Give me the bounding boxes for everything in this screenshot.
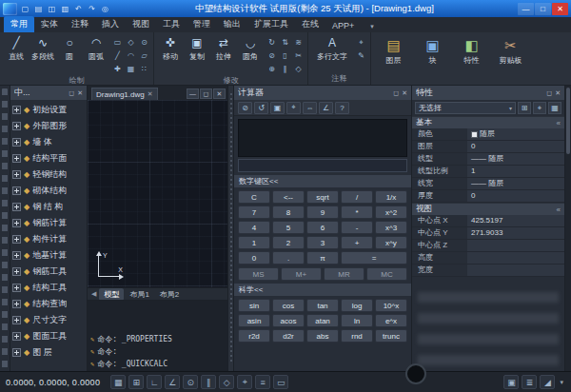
modify-mini-icon[interactable]: ⊘ — [266, 49, 278, 62]
calc-sci-key[interactable]: acos — [272, 314, 305, 327]
calc-key[interactable]: 9 — [306, 206, 339, 219]
property-row[interactable]: 线型 —— 随层 — [412, 153, 564, 166]
property-row[interactable]: 线宽 —— 随层 — [412, 178, 564, 190]
ribbon-tab[interactable]: 在线 — [295, 16, 325, 32]
property-row[interactable]: 宽度 — [412, 265, 564, 277]
calc-key[interactable]: π — [306, 251, 339, 265]
calc-key[interactable]: C — [238, 190, 270, 204]
property-row[interactable]: 颜色 随层 — [412, 128, 564, 141]
select-objects-icon[interactable]: ⌖ — [533, 102, 546, 114]
ribbon-tab[interactable]: 注释 — [65, 16, 95, 32]
print-icon[interactable]: ▥ — [59, 3, 71, 15]
expand-plus-icon[interactable] — [12, 267, 21, 276]
ribbon-panel-button[interactable]: ▣ 块 — [413, 34, 452, 85]
toolbox-item[interactable]: ◆ 砌体结构 — [10, 183, 87, 199]
polar-toggle[interactable]: ∠ — [165, 375, 180, 389]
close-icon[interactable]: ✕ — [77, 89, 83, 97]
ribbon-tab[interactable]: 工具 — [156, 16, 187, 32]
property-row[interactable]: 高度 — [412, 252, 564, 265]
toolbox-item[interactable]: ◆ 钢 结 构 — [10, 199, 87, 215]
layout-tab[interactable]: 布局2 — [155, 288, 184, 301]
ribbon-tab[interactable]: 实体 — [34, 16, 65, 32]
expand-plus-icon[interactable] — [12, 154, 21, 163]
document-tab-close-icon[interactable]: ✕ — [148, 90, 153, 98]
calc-sci-key[interactable]: e^x — [375, 314, 407, 327]
property-row[interactable]: 中心点 Z — [412, 240, 564, 252]
layout-tab[interactable]: 模型 — [99, 288, 124, 301]
toolbox-item[interactable]: ◆ 结构工具 — [10, 280, 87, 296]
modify-mini-icon[interactable]: ⊕ — [266, 63, 278, 75]
ribbon-tab[interactable]: 插入 — [95, 16, 126, 32]
cursor-coordinates[interactable]: 0.0000, 0.0000, 0.0000 — [6, 378, 100, 387]
calc-key[interactable]: 4 — [238, 221, 270, 234]
scrollbar-thumb[interactable] — [566, 88, 570, 154]
close-button[interactable]: ✕ — [552, 3, 568, 15]
toolbox-item[interactable]: ◆ 尺寸文字 — [10, 312, 87, 328]
ribbon-tab[interactable]: APP+ — [325, 19, 361, 32]
annotation-group-label[interactable]: 注释 — [311, 73, 367, 85]
get-coordinates-icon[interactable]: ⌖ — [286, 102, 301, 114]
quick-select-icon[interactable]: ▦ — [548, 102, 561, 114]
angle-icon[interactable]: ∠ — [319, 102, 333, 114]
toolbox-item[interactable]: ◆ 钢筋工具 — [10, 264, 87, 280]
calc-sci-key[interactable]: trunc — [375, 329, 407, 343]
fullscreen-icon[interactable]: ◢ — [540, 375, 555, 389]
draw-mini-icon[interactable]: ∷ — [138, 63, 150, 75]
expand-plus-icon[interactable] — [12, 186, 21, 195]
draw-tool-button[interactable]: ○ 圆 — [56, 34, 83, 62]
draw-mini-icon[interactable]: ✚ — [111, 63, 124, 75]
toolbox-item[interactable]: ◆ 图面工具 — [10, 328, 87, 344]
selection-dropdown[interactable]: 无选择 ▾ — [415, 102, 516, 114]
layout-tab[interactable]: 布局1 — [125, 288, 153, 301]
property-row[interactable]: 厚度 0 — [412, 190, 564, 203]
ribbon-collapse-icon[interactable]: ▾ — [366, 21, 378, 32]
calc-sci-key[interactable]: r2d — [238, 329, 270, 343]
calc-key[interactable]: x^2 — [375, 206, 407, 219]
section-view[interactable]: 视图 « — [412, 203, 564, 215]
toolbox-item[interactable]: ◆ 钢筋计算 — [10, 215, 87, 231]
calc-key[interactable]: 2 — [272, 236, 305, 249]
doc-close-button[interactable]: ✕ — [213, 88, 226, 99]
calc-memory-key[interactable]: MR — [324, 267, 364, 281]
status-menu-caret-icon[interactable]: ▾ — [558, 379, 565, 386]
modify-tool-button[interactable]: ✜ 移动 — [157, 34, 184, 62]
ribbon-tab[interactable]: 视图 — [126, 16, 156, 32]
pin-icon[interactable]: ◻ — [546, 89, 552, 97]
osnap-toggle[interactable]: ⊙ — [183, 375, 198, 389]
toolbox-item[interactable]: ◆ 结构平面 — [10, 150, 87, 167]
calc-key[interactable]: 8 — [272, 206, 305, 219]
calc-key[interactable]: <-- — [272, 190, 305, 204]
expand-plus-icon[interactable] — [12, 170, 21, 179]
annotation-mini-icon[interactable]: ✎ — [355, 49, 367, 62]
calc-key[interactable]: x^3 — [375, 221, 407, 234]
modify-tool-button[interactable]: ⇄ 拉伸 — [210, 34, 237, 62]
calc-key[interactable]: / — [341, 190, 373, 204]
calc-sci-key[interactable]: cos — [272, 299, 305, 312]
options-icon[interactable]: ◎ — [99, 3, 111, 15]
calc-key[interactable]: = — [341, 251, 407, 265]
snap-toggle[interactable]: ▦ — [110, 375, 126, 389]
draw-tool-button[interactable]: ◠ 圆弧 — [83, 34, 109, 62]
toolbox-item[interactable]: ◆ 初始设置 — [10, 102, 87, 118]
modify-tool-button[interactable]: ◡ 圆角 — [237, 34, 264, 62]
calc-sci-key[interactable]: d2r — [272, 329, 305, 343]
calc-key[interactable]: 7 — [238, 206, 270, 219]
modify-mini-icon[interactable]: ≋ — [292, 36, 305, 49]
calc-sci-key[interactable]: ln — [341, 314, 373, 327]
toolbox-item[interactable]: ◆ 地基计算 — [10, 247, 87, 264]
clear-icon[interactable]: ⊘ — [238, 102, 252, 114]
modify-mini-icon[interactable]: ▯ — [279, 49, 291, 62]
model-paper-toggle[interactable]: ▣ — [503, 375, 519, 389]
help-icon[interactable]: ? — [335, 102, 349, 114]
modify-mini-icon[interactable]: ✂ — [292, 49, 305, 62]
ortho-toggle[interactable]: ∟ — [147, 375, 162, 389]
modify-mini-icon[interactable]: ⇅ — [279, 36, 291, 49]
section-basic[interactable]: 基本 « — [412, 116, 564, 128]
calc-sci-key[interactable]: atan — [306, 314, 339, 327]
command-window[interactable]: ✎ 命令: _PROPERTIES ✎ 命令: ✎ 命令: _QUICKCALC — [88, 300, 227, 371]
ribbon-tab[interactable]: 常用 — [4, 16, 34, 32]
draw-mini-icon[interactable]: ▱ — [138, 49, 150, 62]
save-icon[interactable]: ◫ — [46, 3, 58, 15]
calc-key[interactable]: . — [272, 251, 305, 265]
close-icon[interactable]: ✕ — [555, 89, 561, 97]
